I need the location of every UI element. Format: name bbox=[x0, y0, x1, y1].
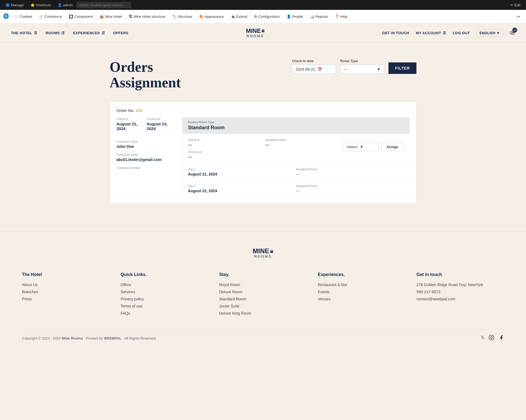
room-type-select[interactable]: --- ▼ bbox=[340, 65, 384, 74]
site-logo-small[interactable] bbox=[3, 13, 9, 20]
cart-button[interactable]: 🛍 10 bbox=[510, 30, 515, 36]
footer-link-restaurant[interactable]: Restaurant & Bar bbox=[318, 283, 405, 287]
nav-experiences[interactable]: EXPERIENCES ☰ bbox=[73, 31, 105, 35]
footer-link-terms[interactable]: Terms of use bbox=[121, 304, 208, 308]
nav-offers[interactable]: OFFERS bbox=[113, 31, 128, 35]
footer-columns: The Hotel About Us Branches Press Quick … bbox=[22, 272, 504, 318]
structure-icon: 🏗 bbox=[129, 15, 132, 19]
order-right-col: Booked Room Type Standard Room Check-in:… bbox=[182, 117, 410, 197]
select-dropdown-icon: ▼ bbox=[360, 145, 363, 149]
footer-link-royal[interactable]: Royal Room bbox=[219, 283, 307, 287]
nav-rooms[interactable]: ROOMS ☰ bbox=[46, 31, 65, 35]
footer-link-press[interactable]: Press bbox=[22, 297, 110, 301]
assignment-area: Check-in: --- Check-out: --- Assigned Ro… bbox=[182, 134, 410, 163]
footer-link-services[interactable]: Services bbox=[121, 290, 208, 294]
commerce-icon: 🛒 bbox=[39, 15, 44, 19]
reports-icon: 📊 bbox=[310, 15, 314, 19]
main-content: OrdersAssignment Check-in date 2024-08-2… bbox=[99, 43, 427, 231]
footer-bottom: Copyright © 2023 - 2024 Mine Rooms . Pro… bbox=[22, 329, 504, 341]
nav-configuration[interactable]: ⚙ Configuration bbox=[251, 10, 283, 24]
structure2-icon: 🔧 bbox=[172, 15, 177, 19]
footer-col-contact: Get in touch 278 Golden Ridge Road Troy,… bbox=[416, 272, 504, 318]
site-logo[interactable]: MINE🏛 ROOMS bbox=[246, 28, 265, 38]
nav-extend[interactable]: 🔌 Extend bbox=[227, 10, 251, 24]
expand-button[interactable]: ⇔ bbox=[513, 10, 523, 24]
filter-section: Check-in date 2024-08-21 📅 Room Type ---… bbox=[292, 59, 416, 74]
nav-content[interactable]: 📄 Content bbox=[11, 10, 36, 24]
site-nav-right: GET IN TOUCH MY ACCOUNT ☰ LOG OUT ENGLIS… bbox=[382, 30, 515, 36]
twitter-icon[interactable]: 𝕏 bbox=[481, 335, 484, 341]
experiences-chevron: ☰ bbox=[102, 31, 105, 35]
footer-logo[interactable]: MINE🏛 ROOMS bbox=[22, 248, 504, 258]
svg-point-2 bbox=[493, 336, 493, 337]
site-footer: MINE🏛 ROOMS The Hotel About Us Branches … bbox=[0, 231, 526, 352]
footer-phone[interactable]: 580-217-9573 bbox=[416, 290, 504, 294]
toolbar-expand: ⇔ bbox=[513, 10, 523, 24]
order-left-col: Check-in August 21, 2024 Check-out Augus… bbox=[116, 117, 182, 197]
footer-link-events[interactable]: Events bbox=[318, 290, 405, 294]
checkin-date-display: Check-in August 21, 2024 bbox=[116, 117, 147, 131]
room-select[interactable]: -Select- ▼ bbox=[343, 143, 379, 151]
filter-button[interactable]: FILTER bbox=[388, 62, 416, 74]
nav-mine-hotel[interactable]: 🏨 Mine Hotel bbox=[96, 10, 125, 24]
order-number: Order No. 135 bbox=[116, 108, 410, 113]
footer-link-junior[interactable]: Junior Suite bbox=[219, 304, 307, 308]
expand-icon: ⇔ bbox=[517, 15, 520, 19]
order-dates: Check-in August 21, 2024 Check-out Augus… bbox=[116, 117, 177, 136]
edit-button[interactable]: ✏ Edit bbox=[508, 3, 523, 7]
nav-help[interactable]: ❓ Help bbox=[331, 10, 351, 24]
svg-point-1 bbox=[491, 337, 493, 339]
assign-action: -Select- ▼ Assign bbox=[343, 143, 404, 151]
language-selector[interactable]: ENGLISH ▼ bbox=[476, 30, 503, 36]
toolbar-left: 🔵 Manage ⭐ Shortcuts 👤 admin bbox=[3, 0, 131, 10]
nav-the-hotel[interactable]: THE HOTEL ☰ bbox=[11, 31, 38, 35]
drupal-icon: 🔵 bbox=[5, 3, 10, 7]
order-grid: Check-in August 21, 2024 Check-out Augus… bbox=[116, 117, 410, 197]
people-icon: 👤 bbox=[287, 15, 291, 19]
instagram-icon[interactable] bbox=[489, 335, 494, 341]
nav-structure[interactable]: 🔧 Structure bbox=[169, 10, 196, 24]
checkin-date-input[interactable]: 2024-08-21 📅 bbox=[292, 65, 336, 74]
room-type-header: Booked Room Type Standard Room bbox=[182, 117, 410, 134]
help-icon: ❓ bbox=[335, 15, 339, 19]
footer-col-stay: Stay. Royal Room Deluxe Room Standard Ro… bbox=[219, 272, 307, 318]
manage-button[interactable]: 🔵 Manage bbox=[3, 0, 27, 10]
nav-people[interactable]: 👤 People bbox=[283, 10, 307, 24]
admin-user-button[interactable]: 👤 admin bbox=[55, 0, 75, 10]
footer-link-deluxe[interactable]: Deluxe Room bbox=[219, 290, 307, 294]
checkin-date-label: Check-in date bbox=[292, 59, 336, 63]
hotel-icon: 🏨 bbox=[99, 15, 104, 19]
nav-component[interactable]: 🔲 Component bbox=[65, 10, 96, 24]
footer-link-branches[interactable]: Branches bbox=[22, 290, 110, 294]
footer-link-deluxe-king[interactable]: Deluxe King Room bbox=[219, 311, 307, 315]
footer-link-about[interactable]: About Us bbox=[22, 283, 110, 287]
footer-email[interactable]: contact@weebpal.com bbox=[416, 297, 504, 301]
footer-link-venues[interactable]: Venues bbox=[318, 297, 405, 301]
facebook-icon[interactable] bbox=[499, 335, 504, 341]
nav-mine-hotel-structure[interactable]: 🏗 Mine Hotel structure bbox=[125, 10, 169, 24]
nav-appearance[interactable]: 🎨 Appearance bbox=[196, 10, 227, 24]
toolbar-search-input[interactable] bbox=[76, 2, 131, 8]
day-2-row: Day 2 August 22, 2024 Assigned Room --- bbox=[182, 180, 410, 197]
nav-reports[interactable]: 📊 Reports bbox=[307, 10, 331, 24]
nav-get-in-touch[interactable]: GET IN TOUCH bbox=[382, 31, 409, 35]
order-card: Order No. 135 Check-in August 21, 2024 C… bbox=[110, 101, 416, 204]
customer-number-field: Customer number bbox=[116, 166, 177, 169]
footer-link-privacy[interactable]: Privacy policy bbox=[121, 297, 208, 301]
room-type-group: Room Type --- ▼ bbox=[340, 59, 384, 74]
footer-link-standard[interactable]: Standard Room bbox=[219, 297, 307, 301]
calendar-icon: 📅 bbox=[318, 67, 322, 71]
shortcuts-button[interactable]: ⭐ Shortcuts bbox=[28, 0, 54, 10]
checkin-assign-col: Check-in: --- Check-out: --- bbox=[188, 138, 260, 159]
assign-button[interactable]: Assign bbox=[381, 143, 404, 151]
assign-action-col: -Select- ▼ Assign bbox=[343, 138, 404, 151]
lang-chevron: ▼ bbox=[496, 31, 500, 35]
nav-my-account[interactable]: MY ACCOUNT ☰ bbox=[416, 31, 446, 35]
day-1-info: Day 1 August 21, 2024 bbox=[188, 168, 296, 176]
appearance-icon: 🎨 bbox=[199, 15, 204, 19]
top-nav: 📄 Content 🛒 Commerce 🔲 Component 🏨 Mine … bbox=[0, 10, 526, 24]
nav-log-out[interactable]: LOG OUT bbox=[453, 31, 470, 35]
footer-link-offers[interactable]: Offers bbox=[121, 283, 208, 287]
nav-commerce[interactable]: 🛒 Commerce bbox=[36, 10, 66, 24]
footer-link-faqs[interactable]: FAQs bbox=[121, 311, 208, 315]
